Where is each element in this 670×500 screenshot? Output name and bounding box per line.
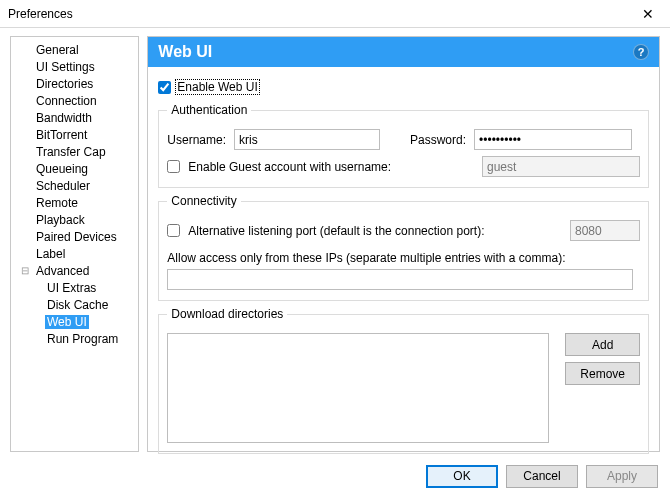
- restrict-ips-input[interactable]: [167, 269, 633, 290]
- tree-item-queueing[interactable]: Queueing: [15, 160, 138, 177]
- guest-label: Enable Guest account with username:: [188, 160, 391, 174]
- help-icon[interactable]: ?: [633, 44, 649, 60]
- download-dirs-list[interactable]: [167, 333, 549, 443]
- connectivity-legend: Connectivity: [167, 194, 240, 208]
- enable-webui-checkbox[interactable]: [158, 81, 171, 94]
- tree-item-web-ui[interactable]: Web UI: [15, 313, 138, 330]
- category-tree[interactable]: General UI Settings Directories Connecti…: [10, 36, 139, 452]
- tree-item-scheduler[interactable]: Scheduler: [15, 177, 138, 194]
- panel-header: Web UI ?: [148, 37, 659, 67]
- tree-item-run-program[interactable]: Run Program: [15, 330, 138, 347]
- altport-label: Alternative listening port (default is t…: [188, 224, 484, 238]
- tree-item-disk-cache[interactable]: Disk Cache: [15, 296, 138, 313]
- guest-username-input: [482, 156, 640, 177]
- cancel-button[interactable]: Cancel: [506, 465, 578, 488]
- enable-webui-line[interactable]: Enable Web UI: [158, 79, 649, 95]
- tree-item-general[interactable]: General: [15, 41, 138, 58]
- tree-item-ui-settings[interactable]: UI Settings: [15, 58, 138, 75]
- add-button[interactable]: Add: [565, 333, 640, 356]
- guest-checkbox[interactable]: [167, 160, 180, 173]
- ok-button[interactable]: OK: [426, 465, 498, 488]
- username-input[interactable]: [234, 129, 380, 150]
- collapse-icon[interactable]: ⊟: [21, 265, 32, 276]
- tree-item-connection[interactable]: Connection: [15, 92, 138, 109]
- username-label: Username:: [167, 133, 226, 147]
- dialog-body: General UI Settings Directories Connecti…: [0, 28, 670, 452]
- tree-item-directories[interactable]: Directories: [15, 75, 138, 92]
- remove-button[interactable]: Remove: [565, 362, 640, 385]
- tree-item-label[interactable]: Label: [15, 245, 138, 262]
- close-icon: ✕: [642, 7, 654, 21]
- tree-item-remote[interactable]: Remote: [15, 194, 138, 211]
- tree-item-playback[interactable]: Playback: [15, 211, 138, 228]
- tree-item-bandwidth[interactable]: Bandwidth: [15, 109, 138, 126]
- download-dirs-group: Download directories Add Remove: [158, 307, 649, 454]
- auth-group: Authentication Username: Password: Enabl…: [158, 103, 649, 188]
- tree-item-ui-extras[interactable]: UI Extras: [15, 279, 138, 296]
- panel-title: Web UI: [158, 43, 212, 61]
- download-dirs-legend: Download directories: [167, 307, 287, 321]
- password-label: Password:: [410, 133, 466, 147]
- altport-input: [570, 220, 640, 241]
- restrict-label: Allow access only from these IPs (separa…: [167, 251, 565, 265]
- connectivity-group: Connectivity Alternative listening port …: [158, 194, 649, 301]
- tree-item-paired-devices[interactable]: Paired Devices: [15, 228, 138, 245]
- close-button[interactable]: ✕: [626, 0, 670, 28]
- titlebar: Preferences ✕: [0, 0, 670, 28]
- tree-item-bittorrent[interactable]: BitTorrent: [15, 126, 138, 143]
- password-input[interactable]: [474, 129, 632, 150]
- enable-webui-label: Enable Web UI: [175, 79, 260, 95]
- settings-panel: Web UI ? Enable Web UI Authentication Us…: [147, 36, 660, 452]
- window-title: Preferences: [8, 7, 73, 21]
- auth-legend: Authentication: [167, 103, 251, 117]
- tree-item-advanced[interactable]: ⊟Advanced: [15, 262, 138, 279]
- tree-item-transfer-cap[interactable]: Transfer Cap: [15, 143, 138, 160]
- altport-checkbox[interactable]: [167, 224, 180, 237]
- apply-button[interactable]: Apply: [586, 465, 658, 488]
